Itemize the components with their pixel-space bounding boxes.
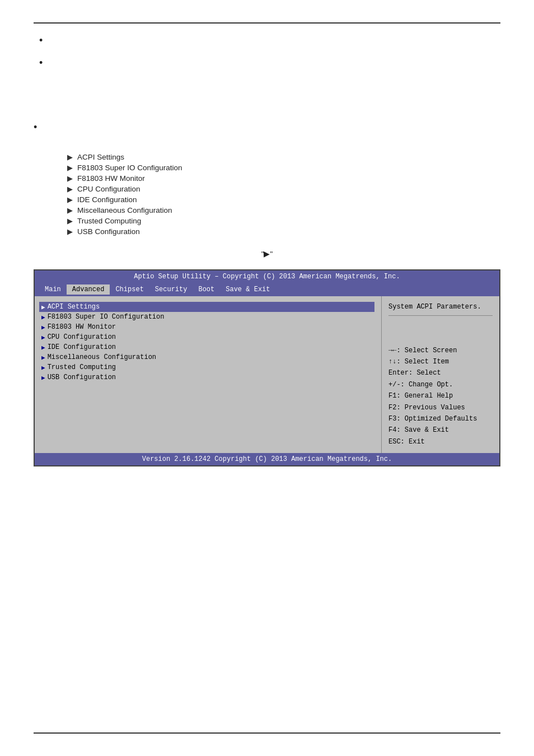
bios-menu-chipset[interactable]: Chipset — [110, 284, 149, 295]
bullet-dot-3: • — [34, 121, 37, 134]
bottom-rule — [34, 732, 500, 734]
bullet-section-2: • — [34, 120, 500, 143]
arrow-symbol-2: ▶ — [67, 174, 73, 183]
bios-footer: Version 2.16.1242 Copyright (C) 2013 Ame… — [35, 453, 499, 465]
bios-entry-cpu[interactable]: ▶ CPU Configuration — [41, 332, 374, 342]
bullet-text-1 — [49, 34, 51, 45]
arrow-item-7: ▶ USB Configuration — [67, 227, 500, 236]
symbol-line: "▶" — [34, 249, 500, 258]
symbol-line-text: "▶" — [261, 250, 273, 258]
bios-help-text: System ACPI Parameters. — [388, 302, 493, 312]
bios-entry-label-0: ACPI Settings — [48, 303, 100, 311]
keybind-5: F2: Previous Values — [388, 402, 493, 413]
arrow-item-2: ▶ F81803 HW Monitor — [67, 174, 500, 183]
bios-title: Aptio Setup Utility – Copyright (C) 2013… — [134, 273, 400, 281]
bullet-dot-1: • — [39, 34, 43, 47]
arrow-label-0: ACPI Settings — [77, 153, 124, 161]
bios-entry-arrow-5: ▶ — [41, 354, 45, 361]
keybind-2: Enter: Select — [388, 367, 493, 379]
bios-separator — [388, 315, 493, 316]
arrow-symbol-1: ▶ — [67, 164, 73, 172]
keybind-0: →←: Select Screen — [388, 345, 493, 356]
bullet-section: • • — [34, 34, 500, 79]
arrow-symbol-3: ▶ — [67, 185, 73, 193]
keybind-8: ESC: Exit — [388, 436, 493, 447]
bios-entry-arrow-2: ▶ — [41, 324, 45, 331]
arrow-label-7: USB Configuration — [77, 227, 140, 236]
bios-menu-advanced[interactable]: Advanced — [67, 284, 110, 295]
arrow-symbol-0: ▶ — [67, 153, 73, 161]
bios-entry-arrow-6: ▶ — [41, 364, 45, 371]
arrow-item-6: ▶ Trusted Computing — [67, 217, 500, 225]
bullet-item-3: • — [34, 120, 500, 134]
arrow-label-2: F81803 HW Monitor — [77, 174, 145, 183]
bullet-dot-2: • — [39, 57, 43, 69]
bios-container: Aptio Setup Utility – Copyright (C) 2013… — [34, 269, 500, 466]
bios-entry-arrow-7: ▶ — [41, 374, 45, 381]
bios-entry-super-io[interactable]: ▶ F81803 Super IO Configuration — [41, 312, 374, 322]
bullet-text-3 — [44, 120, 46, 132]
arrow-item-3: ▶ CPU Configuration — [67, 185, 500, 193]
bios-body: ▶ ACPI Settings ▶ F81803 Super IO Config… — [35, 296, 499, 453]
top-rule — [34, 22, 500, 24]
bullet-item-2: • — [39, 56, 500, 69]
arrow-item-1: ▶ F81803 Super IO Configuration — [67, 164, 500, 172]
arrow-symbol-7: ▶ — [67, 227, 73, 236]
arrow-label-5: Miscellaneous Configuration — [77, 206, 172, 214]
bios-title-bar: Aptio Setup Utility – Copyright (C) 2013… — [35, 270, 499, 283]
bullet-item-1: • — [39, 34, 500, 47]
bios-entry-arrow-1: ▶ — [41, 314, 45, 321]
arrow-item-0: ▶ ACPI Settings — [67, 153, 500, 161]
bios-left-panel: ▶ ACPI Settings ▶ F81803 Super IO Config… — [35, 296, 382, 453]
bios-entry-label-5: Miscellaneous Configuration — [48, 353, 156, 361]
arrow-label-1: F81803 Super IO Configuration — [77, 164, 182, 172]
bios-menu-security[interactable]: Security — [149, 284, 193, 295]
bios-menu-boot[interactable]: Boot — [193, 284, 220, 295]
bios-entry-label-2: F81803 HW Monitor — [48, 323, 116, 331]
bios-entry-trusted[interactable]: ▶ Trusted Computing — [41, 362, 374, 372]
bios-entry-label-3: CPU Configuration — [48, 333, 116, 341]
bios-entry-usb[interactable]: ▶ USB Configuration — [41, 372, 374, 382]
bios-entry-hw-monitor[interactable]: ▶ F81803 HW Monitor — [41, 322, 374, 332]
bios-entry-label-1: F81803 Super IO Configuration — [48, 313, 165, 321]
bios-entry-acpi[interactable]: ▶ ACPI Settings — [39, 302, 374, 312]
keybind-3: +/-: Change Opt. — [388, 379, 493, 390]
bios-entry-label-4: IDE Configuration — [48, 343, 116, 351]
page-wrapper: • • • ▶ ACPI Settings ▶ F81803 Super IO … — [0, 0, 534, 756]
bios-entry-misc[interactable]: ▶ Miscellaneous Configuration — [41, 352, 374, 362]
arrow-item-5: ▶ Miscellaneous Configuration — [67, 206, 500, 214]
bios-menu-save-exit[interactable]: Save & Exit — [220, 284, 275, 295]
bios-footer-text: Version 2.16.1242 Copyright (C) 2013 Ame… — [142, 455, 392, 463]
keybind-6: F3: Optimized Defaults — [388, 413, 493, 424]
bios-entry-arrow-4: ▶ — [41, 344, 45, 351]
bios-entry-label-6: Trusted Computing — [48, 363, 116, 371]
keybind-1: ↑↓: Select Item — [388, 356, 493, 367]
bios-menu-bar[interactable]: Main Advanced Chipset Security Boot Save… — [35, 283, 499, 296]
arrow-symbol-5: ▶ — [67, 206, 73, 214]
bios-keybindings: →←: Select Screen ↑↓: Select Item Enter:… — [388, 345, 493, 448]
bullet-text-2 — [49, 56, 51, 67]
arrow-symbol-4: ▶ — [67, 195, 73, 204]
bios-entry-label-7: USB Configuration — [48, 374, 116, 381]
arrow-label-4: IDE Configuration — [77, 195, 137, 204]
arrow-label-3: CPU Configuration — [77, 185, 140, 193]
arrow-item-4: ▶ IDE Configuration — [67, 195, 500, 204]
bios-right-panel: System ACPI Parameters. →←: Select Scree… — [382, 296, 499, 453]
spacer — [34, 478, 500, 716]
bios-menu-main[interactable]: Main — [39, 284, 67, 295]
keybind-4: F1: General Help — [388, 390, 493, 402]
bios-entry-arrow-3: ▶ — [41, 334, 45, 341]
keybind-7: F4: Save & Exit — [388, 424, 493, 436]
arrow-symbol-6: ▶ — [67, 217, 73, 225]
arrow-list: ▶ ACPI Settings ▶ F81803 Super IO Config… — [67, 153, 500, 236]
bios-entry-arrow-0: ▶ — [41, 304, 45, 311]
bios-entry-ide[interactable]: ▶ IDE Configuration — [41, 342, 374, 352]
arrow-label-6: Trusted Computing — [77, 217, 141, 225]
